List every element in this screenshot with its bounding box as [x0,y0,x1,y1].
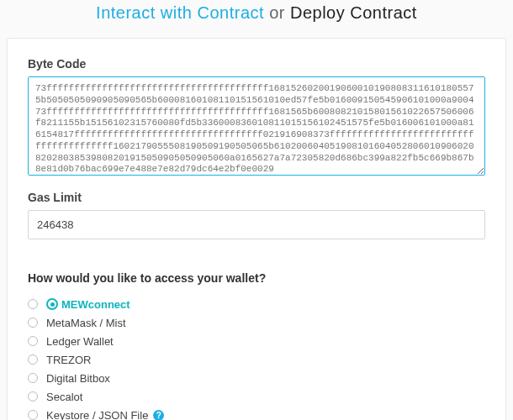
wallet-option[interactable]: Keystore / JSON File? [28,406,485,420]
radio-icon [28,410,38,420]
wallet-option[interactable]: Digital Bitbox [28,369,485,387]
wallet-option[interactable]: MEWconnect [28,295,485,313]
mewconnect-icon [46,298,58,310]
wallet-option[interactable]: MetaMask / Mist [28,313,485,332]
deploy-contract-title: Deploy Contract [290,3,417,22]
wallet-option-label: Keystore / JSON File [46,409,148,421]
wallet-option-label: MEWconnect [61,298,130,311]
wallet-options-list: MEWconnectMetaMask / MistLedger WalletTR… [28,295,485,420]
wallet-option[interactable]: TREZOR [28,350,485,369]
bytecode-input[interactable]: 73ffffffffffffffffffffffffffffffffffffff… [28,76,485,176]
page-header: Interact with Contract or Deploy Contrac… [0,0,513,33]
wallet-option[interactable]: Ledger Wallet [28,332,485,350]
radio-icon [28,354,38,365]
wallet-option-label: Ledger Wallet [46,335,114,348]
wallet-option-label: MetaMask / Mist [46,317,126,329]
help-icon[interactable]: ? [153,410,164,421]
radio-icon [28,336,38,346]
radio-icon [28,391,38,402]
bytecode-label: Byte Code [28,57,485,71]
wallet-option[interactable]: Secalot [28,387,485,406]
wallet-question: How would you like to access your wallet… [28,271,485,285]
contract-card: Byte Code 73ffffffffffffffffffffffffffff… [7,38,506,420]
radio-icon [28,318,38,328]
or-separator: or [269,3,285,22]
wallet-option-label: Digital Bitbox [46,372,110,385]
wallet-option-label: TREZOR [46,354,91,366]
wallet-access-section: How would you like to access your wallet… [28,266,485,420]
gas-limit-input[interactable] [28,210,485,239]
wallet-option-label: Secalot [46,391,82,403]
radio-icon [28,373,38,383]
radio-icon [28,299,38,309]
gas-limit-label: Gas Limit [28,191,485,204]
mewconnect-label: MEWconnect [46,298,130,311]
interact-contract-link[interactable]: Interact with Contract [96,3,264,22]
